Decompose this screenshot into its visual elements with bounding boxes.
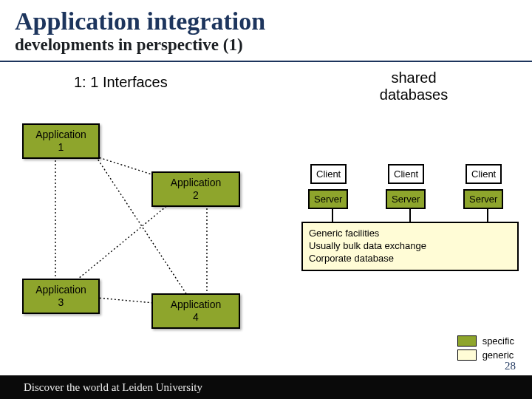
swatch-specific bbox=[457, 335, 477, 347]
diagram-area: Application 1 Application 2 Application … bbox=[0, 112, 532, 364]
label-client-3: Client bbox=[466, 164, 502, 184]
page-number: 28 bbox=[505, 360, 516, 372]
generic-line-3: Corporate database bbox=[309, 253, 511, 265]
legend-specific: specific bbox=[457, 335, 514, 347]
heading-shared-db: shared databases bbox=[369, 69, 458, 103]
swatch-generic bbox=[457, 349, 477, 361]
generic-line-1: Generic facilities bbox=[309, 228, 511, 240]
label-server-3: Server bbox=[463, 189, 503, 209]
box-generic-facilities: Generic facilities Usually bulk data exc… bbox=[301, 222, 519, 271]
legend-specific-label: specific bbox=[482, 335, 514, 347]
label-server-2: Server bbox=[386, 189, 426, 209]
legend-generic: generic bbox=[457, 349, 514, 361]
label-client-2: Client bbox=[388, 164, 424, 184]
legend-generic-label: generic bbox=[482, 349, 514, 361]
slide-title: Application integration bbox=[0, 0, 532, 35]
label-client-1: Client bbox=[310, 164, 347, 184]
box-application-2: Application 2 bbox=[151, 171, 240, 207]
box-application-4: Application 4 bbox=[151, 293, 240, 329]
box-application-3: Application 3 bbox=[22, 279, 100, 314]
box-application-1: Application 1 bbox=[22, 123, 100, 159]
slide-subtitle: developments in perspective (1) bbox=[0, 35, 532, 62]
heading-interfaces: 1: 1 Interfaces bbox=[74, 74, 168, 91]
svg-line-4 bbox=[74, 197, 177, 282]
label-server-1: Server bbox=[308, 189, 348, 209]
generic-line-2: Usually bulk data exchange bbox=[309, 240, 511, 253]
footer-tagline: Discover the world at Leiden University bbox=[0, 375, 532, 399]
